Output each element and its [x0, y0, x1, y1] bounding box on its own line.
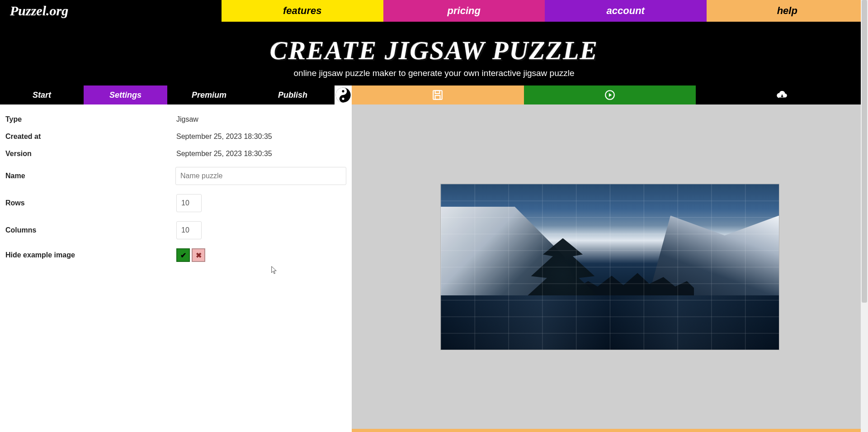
page-subtitle: online jigsaw puzzle maker to generate y… — [0, 68, 868, 78]
svg-rect-4 — [435, 90, 440, 94]
created-at-value: September 25, 2023 18:30:35 — [176, 133, 272, 141]
tab-premium[interactable]: Premium — [167, 85, 251, 104]
columns-label: Columns — [5, 226, 176, 234]
svg-point-1 — [342, 90, 344, 92]
hide-example-yes-button[interactable]: ✔ — [176, 248, 190, 262]
version-value: September 25, 2023 18:30:35 — [176, 150, 272, 158]
version-label: Version — [5, 150, 176, 158]
play-action[interactable] — [524, 85, 696, 104]
puzzle-grid-overlay — [441, 184, 779, 350]
nav-account[interactable]: account — [545, 0, 707, 22]
type-value: Jigsaw — [176, 115, 198, 123]
created-at-label: Created at — [5, 133, 176, 141]
save-notice-bar: You've made changes to your puzzle. Save… — [352, 429, 868, 432]
tab-publish[interactable]: Publish — [251, 85, 335, 104]
page-title: CREATE JIGSAW PUZZLE — [0, 35, 868, 66]
puzzle-preview[interactable] — [441, 184, 779, 350]
name-label: Name — [5, 172, 175, 180]
name-input[interactable] — [175, 167, 346, 185]
hero: CREATE JIGSAW PUZZLE online jigsaw puzzl… — [0, 22, 868, 85]
page-scrollbar[interactable] — [861, 0, 868, 432]
tab-settings[interactable]: Settings — [84, 85, 167, 104]
nav-help[interactable]: help — [707, 0, 868, 22]
preview-panel: You've made changes to your puzzle. Save… — [352, 104, 868, 432]
tab-start[interactable]: Start — [0, 85, 84, 104]
rows-label: Rows — [5, 199, 176, 207]
settings-panel: Type Jigsaw Created at September 25, 202… — [0, 104, 352, 432]
nav-pricing[interactable]: pricing — [383, 0, 545, 22]
cloud-download-action[interactable] — [696, 85, 868, 104]
hide-example-no-button[interactable]: ✖ — [192, 248, 205, 262]
site-logo[interactable]: Puzzel.org — [0, 0, 222, 22]
nav-features[interactable]: features — [222, 0, 383, 22]
columns-input[interactable] — [176, 221, 202, 239]
save-action[interactable] — [352, 85, 524, 104]
hide-example-label: Hide example image — [5, 251, 176, 259]
rows-input[interactable] — [176, 194, 202, 212]
svg-rect-5 — [435, 95, 440, 100]
type-label: Type — [5, 115, 176, 123]
yin-yang-icon[interactable] — [335, 85, 352, 104]
svg-point-2 — [342, 98, 344, 100]
